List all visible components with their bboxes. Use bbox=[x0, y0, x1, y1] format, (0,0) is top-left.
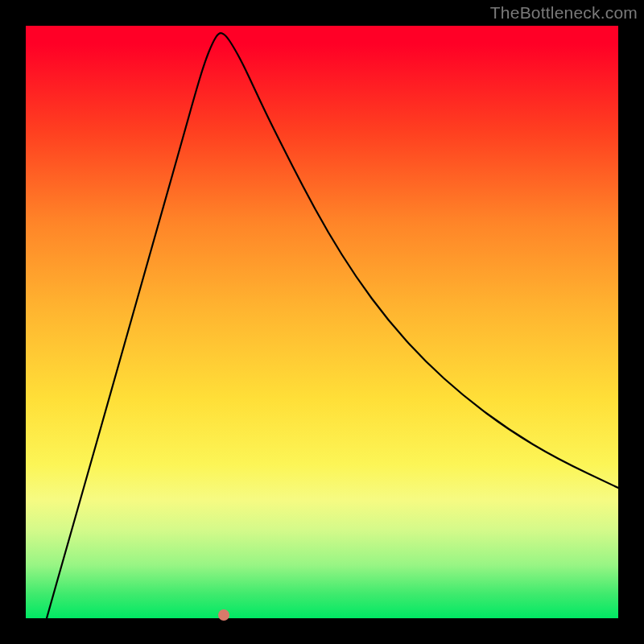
watermark-text: TheBottleneck.com bbox=[490, 3, 638, 23]
plot-area bbox=[26, 26, 618, 618]
chart-frame: TheBottleneck.com bbox=[0, 0, 644, 644]
bottleneck-curve bbox=[26, 26, 618, 618]
optimal-point-marker bbox=[218, 609, 229, 621]
